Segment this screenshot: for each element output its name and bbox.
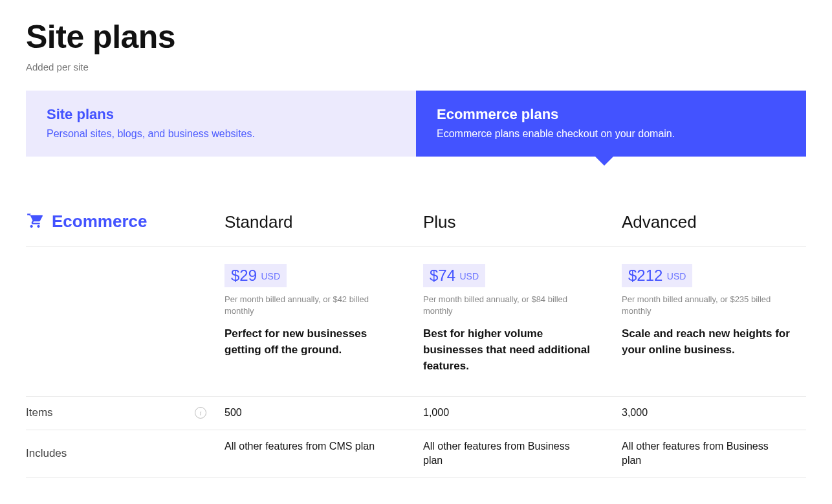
price-amount-advanced: $212: [628, 267, 662, 284]
includes-standard: All other features from CMS plan: [224, 430, 399, 477]
items-plus: 1,000: [423, 397, 598, 429]
plan-blurb-standard: Perfect for new businesses getting off t…: [224, 326, 406, 358]
includes-plus: All other features from Business plan: [423, 430, 598, 477]
plan-card-plus: $74 USD Per month billed annually, or $8…: [423, 247, 622, 396]
tab-site-plans[interactable]: Site plans Personal sites, blogs, and bu…: [26, 91, 416, 157]
pricing-table: Ecommerce Standard Plus Advanced $29 USD…: [26, 202, 806, 477]
info-icon[interactable]: i: [195, 407, 206, 419]
plan-type-tabs: Site plans Personal sites, blogs, and bu…: [26, 91, 806, 157]
price-note-advanced: Per month billed annually, or $235 bille…: [622, 294, 790, 317]
cart-icon: [26, 211, 43, 232]
page-subtitle: Added per site: [26, 61, 806, 72]
price-currency-advanced: USD: [667, 271, 686, 281]
price-chip-standard: $29 USD: [224, 264, 287, 287]
plan-card-standard: $29 USD Per month billed annually, or $4…: [224, 247, 423, 396]
tab-site-plans-title: Site plans: [47, 106, 395, 123]
includes-advanced: All other features from Business plan: [622, 430, 796, 477]
items-advanced: 3,000: [622, 397, 796, 429]
plan-name-standard: Standard: [224, 212, 414, 232]
plan-blurb-advanced: Scale and reach new heights for your onl…: [622, 326, 797, 358]
includes-label: Includes: [26, 447, 67, 460]
plan-card-advanced: $212 USD Per month billed annually, or $…: [622, 247, 806, 396]
price-chip-plus: $74 USD: [423, 264, 485, 287]
tab-ecommerce-plans-desc: Ecommerce plans enable checkout on your …: [437, 128, 785, 140]
tab-site-plans-desc: Personal sites, blogs, and business webs…: [47, 128, 395, 140]
price-chip-advanced: $212 USD: [622, 264, 692, 287]
plan-blurb-plus: Best for higher volume businesses that n…: [423, 326, 604, 374]
plan-name-advanced: Advanced: [622, 212, 797, 232]
page-title: Site plans: [26, 19, 806, 55]
pricing-row: $29 USD Per month billed annually, or $4…: [26, 247, 806, 397]
table-header-row: Ecommerce Standard Plus Advanced: [26, 202, 806, 247]
section-label-text: Ecommerce: [52, 212, 147, 232]
price-note-standard: Per month billed annually, or $42 billed…: [224, 294, 393, 317]
plan-name-plus: Plus: [423, 212, 613, 232]
price-amount-plus: $74: [430, 267, 455, 284]
items-standard: 500: [224, 397, 399, 429]
section-label: Ecommerce: [26, 211, 147, 232]
tab-ecommerce-plans[interactable]: Ecommerce plans Ecommerce plans enable c…: [416, 91, 806, 157]
price-note-plus: Per month billed annually, or $84 billed…: [423, 294, 591, 317]
items-label: Items: [26, 406, 53, 419]
includes-row: Includes All other features from CMS pla…: [26, 430, 806, 478]
items-row: Items i 500 1,000 3,000: [26, 397, 806, 430]
price-currency-plus: USD: [460, 271, 479, 281]
price-currency-standard: USD: [261, 271, 281, 281]
tab-ecommerce-plans-title: Ecommerce plans: [437, 106, 785, 123]
price-amount-standard: $29: [231, 267, 257, 284]
